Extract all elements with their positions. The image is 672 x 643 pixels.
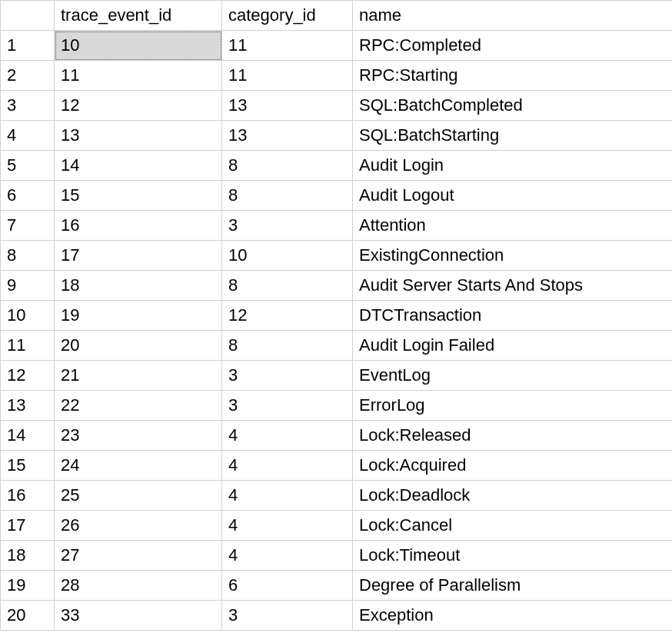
cell-trace_event_id[interactable]: 33 (55, 601, 222, 631)
row-number[interactable]: 3 (1, 91, 55, 121)
cell-category_id[interactable]: 13 (222, 91, 353, 121)
row-number[interactable]: 14 (1, 421, 55, 451)
column-header-trace-event-id[interactable]: trace_event_id (55, 1, 222, 31)
cell-name[interactable]: Lock:Cancel (353, 511, 673, 541)
column-header-category-id[interactable]: category_id (222, 1, 353, 31)
row-number[interactable]: 4 (1, 121, 55, 151)
row-number[interactable]: 20 (1, 601, 55, 631)
cell-trace_event_id[interactable]: 13 (55, 121, 222, 151)
cell-category_id[interactable]: 4 (222, 421, 353, 451)
row-number[interactable]: 2 (1, 61, 55, 91)
row-number[interactable]: 5 (1, 151, 55, 181)
table-row[interactable]: 7163Attention (1, 211, 673, 241)
cell-name[interactable]: DTCTransaction (353, 301, 673, 331)
cell-category_id[interactable]: 3 (222, 601, 353, 631)
table-row[interactable]: 19286Degree of Parallelism (1, 571, 673, 601)
cell-trace_event_id[interactable]: 23 (55, 421, 222, 451)
cell-name[interactable]: SQL:BatchStarting (353, 121, 673, 151)
row-number[interactable]: 9 (1, 271, 55, 301)
row-number[interactable]: 8 (1, 241, 55, 271)
cell-category_id[interactable]: 3 (222, 211, 353, 241)
row-number[interactable]: 7 (1, 211, 55, 241)
cell-category_id[interactable]: 10 (222, 241, 353, 271)
cell-category_id[interactable]: 8 (222, 331, 353, 361)
cell-name[interactable]: EventLog (353, 361, 673, 391)
table-row[interactable]: 11011RPC:Completed (1, 31, 673, 61)
cell-category_id[interactable]: 4 (222, 481, 353, 511)
row-number[interactable]: 1 (1, 31, 55, 61)
cell-category_id[interactable]: 4 (222, 511, 353, 541)
table-row[interactable]: 6158Audit Logout (1, 181, 673, 211)
cell-name[interactable]: Lock:Acquired (353, 451, 673, 481)
table-row[interactable]: 12213EventLog (1, 361, 673, 391)
cell-trace_event_id[interactable]: 17 (55, 241, 222, 271)
table-row[interactable]: 18274Lock:Timeout (1, 541, 673, 571)
cell-trace_event_id[interactable]: 20 (55, 331, 222, 361)
cell-category_id[interactable]: 11 (222, 31, 353, 61)
cell-trace_event_id[interactable]: 12 (55, 91, 222, 121)
cell-trace_event_id[interactable]: 24 (55, 451, 222, 481)
cell-trace_event_id[interactable]: 11 (55, 61, 222, 91)
cell-trace_event_id[interactable]: 19 (55, 301, 222, 331)
row-number[interactable]: 19 (1, 571, 55, 601)
row-number[interactable]: 6 (1, 181, 55, 211)
cell-trace_event_id[interactable]: 21 (55, 361, 222, 391)
row-number[interactable]: 11 (1, 331, 55, 361)
cell-trace_event_id[interactable]: 25 (55, 481, 222, 511)
cell-trace_event_id[interactable]: 16 (55, 211, 222, 241)
table-row[interactable]: 11208Audit Login Failed (1, 331, 673, 361)
cell-name[interactable]: Attention (353, 211, 673, 241)
cell-trace_event_id[interactable]: 15 (55, 181, 222, 211)
table-row[interactable]: 15244Lock:Acquired (1, 451, 673, 481)
row-number[interactable]: 15 (1, 451, 55, 481)
cell-name[interactable]: Degree of Parallelism (353, 571, 673, 601)
cell-category_id[interactable]: 4 (222, 541, 353, 571)
table-row[interactable]: 13223ErrorLog (1, 391, 673, 421)
cell-name[interactable]: Lock:Deadlock (353, 481, 673, 511)
table-row[interactable]: 9188Audit Server Starts And Stops (1, 271, 673, 301)
cell-trace_event_id[interactable]: 26 (55, 511, 222, 541)
cell-trace_event_id[interactable]: 27 (55, 541, 222, 571)
cell-trace_event_id[interactable]: 28 (55, 571, 222, 601)
table-row[interactable]: 14234Lock:Released (1, 421, 673, 451)
cell-trace_event_id[interactable]: 10 (55, 31, 222, 61)
cell-name[interactable]: Lock:Timeout (353, 541, 673, 571)
cell-name[interactable]: SQL:BatchCompleted (353, 91, 673, 121)
cell-name[interactable]: RPC:Starting (353, 61, 673, 91)
table-row[interactable]: 16254Lock:Deadlock (1, 481, 673, 511)
table-row[interactable]: 81710ExistingConnection (1, 241, 673, 271)
cell-category_id[interactable]: 8 (222, 151, 353, 181)
row-number[interactable]: 18 (1, 541, 55, 571)
row-number[interactable]: 13 (1, 391, 55, 421)
cell-name[interactable]: RPC:Completed (353, 31, 673, 61)
table-row[interactable]: 21111RPC:Starting (1, 61, 673, 91)
table-row[interactable]: 5148Audit Login (1, 151, 673, 181)
row-number[interactable]: 16 (1, 481, 55, 511)
table-row[interactable]: 20333Exception (1, 601, 673, 631)
row-number[interactable]: 12 (1, 361, 55, 391)
cell-name[interactable]: Audit Login Failed (353, 331, 673, 361)
cell-category_id[interactable]: 3 (222, 361, 353, 391)
cell-name[interactable]: Lock:Released (353, 421, 673, 451)
cell-trace_event_id[interactable]: 18 (55, 271, 222, 301)
cell-name[interactable]: Audit Login (353, 151, 673, 181)
results-grid[interactable]: trace_event_id category_id name 11011RPC… (0, 0, 672, 631)
cell-category_id[interactable]: 8 (222, 271, 353, 301)
row-number[interactable]: 17 (1, 511, 55, 541)
table-row[interactable]: 17264Lock:Cancel (1, 511, 673, 541)
row-number[interactable]: 10 (1, 301, 55, 331)
cell-name[interactable]: ErrorLog (353, 391, 673, 421)
cell-category_id[interactable]: 4 (222, 451, 353, 481)
table-row[interactable]: 101912DTCTransaction (1, 301, 673, 331)
cell-category_id[interactable]: 12 (222, 301, 353, 331)
cell-category_id[interactable]: 8 (222, 181, 353, 211)
column-header-name[interactable]: name (353, 1, 673, 31)
cell-name[interactable]: ExistingConnection (353, 241, 673, 271)
table-row[interactable]: 31213SQL:BatchCompleted (1, 91, 673, 121)
cell-name[interactable]: Audit Logout (353, 181, 673, 211)
cell-category_id[interactable]: 6 (222, 571, 353, 601)
cell-category_id[interactable]: 11 (222, 61, 353, 91)
cell-name[interactable]: Audit Server Starts And Stops (353, 271, 673, 301)
table-row[interactable]: 41313SQL:BatchStarting (1, 121, 673, 151)
cell-category_id[interactable]: 13 (222, 121, 353, 151)
